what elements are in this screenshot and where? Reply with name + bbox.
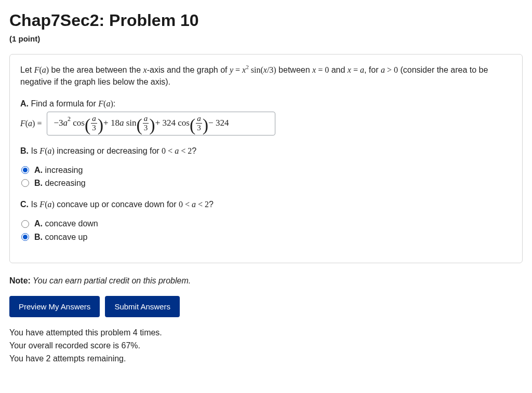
part-b-option-b[interactable]: B. decreasing [21,177,512,189]
part-b-label: B. [20,146,29,155]
formula-answer-input[interactable]: −3a2 cos(a3) + 18a sin(a3) + 324 cos(a3)… [47,112,275,135]
part-c-prompt: C. Is F(a) concave up or concave down fo… [20,198,512,210]
part-a-prompt: A. Find a formula for F(a): [20,98,512,110]
radio-input[interactable] [21,166,29,174]
intro-text: , for [364,65,381,74]
math-a: a [360,65,364,74]
note-label: Note: [9,276,31,285]
submit-answers-button[interactable]: Submit Answers [105,296,180,317]
radio-input[interactable] [21,179,29,187]
math-sin: sin( [249,65,263,74]
part-a-label: A. [20,99,29,108]
intro-text: and [329,65,348,74]
radio-input[interactable] [21,233,29,241]
part-c-option-a[interactable]: A. concave down [21,218,512,229]
points-label: (1 point) [9,33,523,45]
score-line: Your overall recorded score is 67%. [9,340,523,351]
page-title: Chap7Sec2: Problem 10 [9,8,523,32]
math-a: a [381,65,385,74]
formula-lhs: F(a) = [20,117,42,129]
part-c-text: concave up or concave down for [55,200,179,209]
intro-text: between [276,65,312,74]
math-x: x [143,65,147,74]
math-fa: F [98,99,103,108]
radio-input[interactable] [21,220,29,228]
part-a: A. Find a formula for F(a): F(a) = −3a2 … [20,98,512,135]
attempts-line: You have attempted this problem 4 times. [9,327,523,338]
option-label: B. concave up [34,231,87,243]
math-eq: = 0 [316,65,329,74]
math-fa: F [39,146,45,155]
math-eq: = [233,65,242,74]
part-b-text: increasing or decreasing for [55,146,162,155]
note-text: You can earn partial credit on this prob… [31,276,191,285]
formula-row: F(a) = −3a2 cos(a3) + 18a sin(a3) + 324 … [20,112,512,135]
option-label: A. concave down [34,218,98,229]
part-b-text: Is [29,146,39,155]
part-c-text: Is [29,200,39,209]
remaining-line: You have 2 attempts remaining. [9,353,523,364]
part-c-text: ? [209,200,214,209]
part-b-options: A. increasing B. decreasing [21,164,512,189]
math-gt: > 0 [385,65,398,74]
math-eq: = [351,65,360,74]
button-row: Preview My Answers Submit Answers [9,296,523,317]
option-label: B. decreasing [34,177,86,189]
problem-intro: Let F(a) be the area between the x-axis … [20,64,512,88]
part-b-prompt: B. Is F(a) increasing or decreasing for … [20,145,512,157]
math-a: a [42,65,46,74]
intro-text: be the area between the [49,65,143,74]
math-y: y [230,65,233,74]
math-x: x [348,65,351,74]
option-label: A. increasing [34,164,83,176]
math-frac: /3) [267,65,276,74]
part-b: B. Is F(a) increasing or decreasing for … [20,145,512,243]
math-range: 0 < [162,146,175,155]
part-c-option-b[interactable]: B. concave up [21,231,512,243]
part-a-text: Find a formula for [29,99,98,108]
part-c-label: C. [20,200,29,209]
math-fa: F [34,65,39,74]
attempt-status: You have attempted this problem 4 times.… [9,327,523,365]
part-c-options: A. concave down B. concave up [21,218,512,242]
preview-answers-button[interactable]: Preview My Answers [9,296,100,317]
part-a-text: : [113,99,115,108]
part-b-text: ? [192,146,196,155]
intro-text: Let [20,65,34,74]
part-b-option-a[interactable]: A. increasing [21,164,512,176]
problem-container: Let F(a) be the area between the x-axis … [9,54,523,263]
intro-text: -axis and the graph of [147,65,230,74]
math-sup: 2 [246,64,249,70]
note: Note: You can earn partial credit on thi… [9,275,523,287]
math-x: x [263,65,267,74]
